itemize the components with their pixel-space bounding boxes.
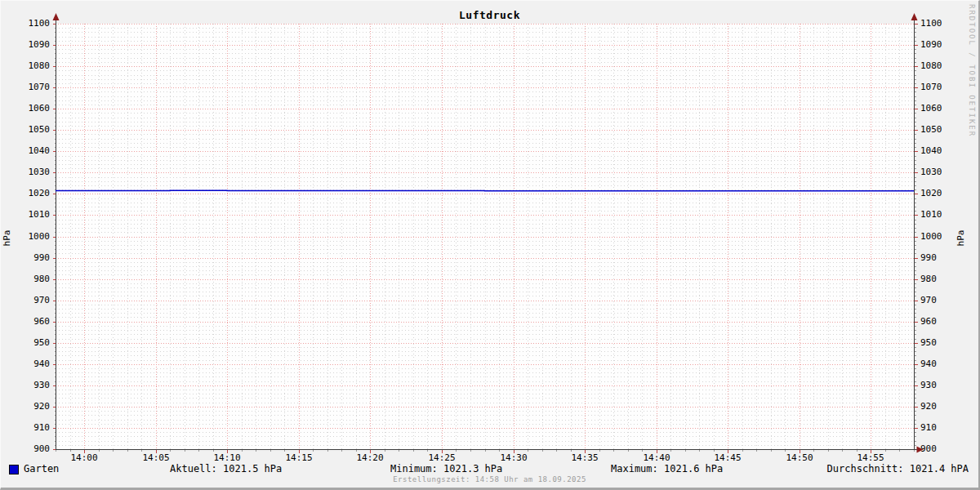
y-tick-label: 910 bbox=[920, 423, 956, 433]
y-tick-label: 1010 bbox=[920, 210, 956, 220]
x-tick-label: 14:25 bbox=[419, 453, 465, 463]
y-tick-label: 940 bbox=[920, 359, 956, 369]
stat-maximum: Maximum: 1021.6 hPa bbox=[611, 464, 723, 474]
y-tick-label: 960 bbox=[920, 317, 956, 327]
y-tick-label: 1040 bbox=[14, 146, 50, 156]
y-tick-label: 950 bbox=[14, 338, 50, 348]
rrd-pressure-graph: Luftdruck RRDTOOL / TOBI OETIKER hPa hPa… bbox=[0, 0, 980, 490]
series-label-garten: Garten bbox=[24, 464, 59, 474]
x-tick-label: 14:35 bbox=[562, 453, 608, 463]
x-tick-label: 14:40 bbox=[634, 453, 679, 463]
y-tick-label: 1080 bbox=[14, 61, 50, 71]
y-tick-label: 1030 bbox=[920, 167, 956, 177]
y-tick-label: 1000 bbox=[14, 232, 50, 242]
y-tick-label: 1100 bbox=[920, 19, 956, 29]
y-tick-label: 1100 bbox=[14, 19, 50, 29]
y-tick-label: 910 bbox=[14, 423, 50, 433]
y-tick-label: 1060 bbox=[920, 104, 956, 114]
y-tick-label: 1070 bbox=[14, 82, 50, 92]
axis-arrow-up-left bbox=[53, 13, 60, 20]
y-tick-label: 930 bbox=[14, 381, 50, 390]
y-tick-label: 1070 bbox=[920, 82, 956, 92]
x-tick-label: 14:15 bbox=[276, 453, 322, 463]
stat-aktuell: Aktuell: 1021.5 hPa bbox=[170, 464, 282, 474]
series-swatch-garten bbox=[9, 465, 19, 474]
y-tick-label: 1040 bbox=[920, 146, 956, 156]
y-tick-label: 900 bbox=[14, 444, 50, 454]
y-tick-label: 960 bbox=[14, 317, 50, 327]
y-tick-label: 1050 bbox=[14, 125, 50, 135]
y-tick-label: 1050 bbox=[920, 125, 956, 135]
y-tick-label: 1090 bbox=[920, 40, 956, 50]
y-tick-label: 1020 bbox=[920, 189, 956, 198]
y-tick-label: 970 bbox=[14, 296, 50, 305]
y-tick-label: 1090 bbox=[14, 40, 50, 50]
y-tick-label: 1080 bbox=[920, 61, 956, 71]
x-tick-label: 14:00 bbox=[61, 453, 107, 463]
x-tick-label: 14:45 bbox=[705, 453, 751, 463]
y-tick-label: 970 bbox=[920, 296, 956, 305]
y-tick-label: 930 bbox=[920, 381, 956, 390]
plot-area bbox=[1, 1, 980, 490]
y-tick-label: 1020 bbox=[14, 189, 50, 198]
y-tick-label: 1010 bbox=[14, 210, 50, 220]
y-tick-label: 1000 bbox=[920, 232, 956, 242]
series-line-garten bbox=[56, 190, 914, 191]
y-tick-label: 950 bbox=[920, 338, 956, 348]
y-tick-label: 980 bbox=[14, 274, 50, 284]
stat-durchschnitt: Durchschnitt: 1021.4 hPA bbox=[827, 464, 969, 474]
x-tick-label: 14:10 bbox=[204, 453, 250, 463]
y-tick-label: 990 bbox=[14, 253, 50, 263]
x-tick-label: 14:50 bbox=[777, 453, 822, 463]
y-tick-label: 990 bbox=[920, 253, 956, 263]
y-tick-label: 1060 bbox=[14, 104, 50, 114]
y-tick-label: 920 bbox=[14, 402, 50, 412]
y-tick-label: 920 bbox=[920, 402, 956, 412]
y-tick-label: 900 bbox=[920, 444, 956, 454]
y-tick-label: 1030 bbox=[14, 167, 50, 177]
x-tick-label: 14:30 bbox=[491, 453, 537, 463]
stat-minimum: Minimum: 1021.3 hPa bbox=[390, 464, 502, 474]
x-tick-label: 14:05 bbox=[133, 453, 179, 463]
y-tick-label: 980 bbox=[920, 274, 956, 284]
creation-time: Erstellungszeit: 14:58 Uhr am 18.09.2025 bbox=[1, 475, 978, 483]
y-tick-label: 940 bbox=[14, 359, 50, 369]
x-tick-label: 14:20 bbox=[347, 453, 393, 463]
axis-arrow-up-right bbox=[911, 13, 918, 20]
x-tick-label: 14:55 bbox=[848, 453, 893, 463]
